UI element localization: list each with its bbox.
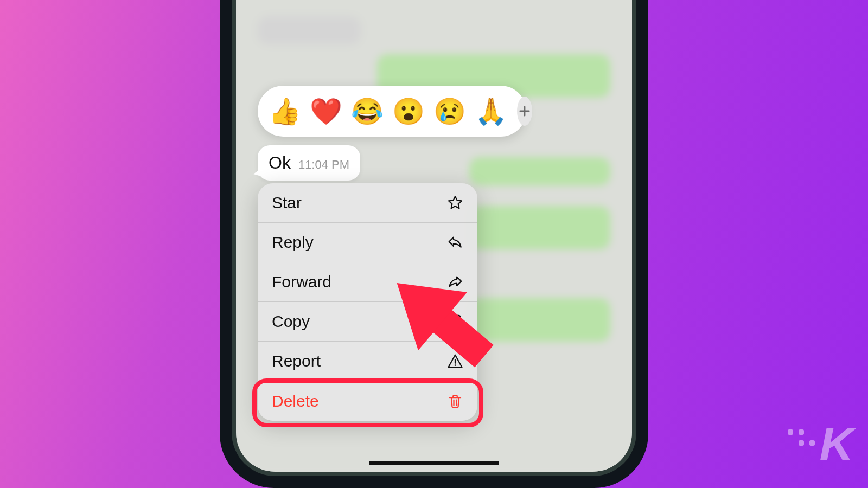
- reaction-bar: 👍 ❤️ 😂 😮 😢 🙏: [258, 86, 526, 137]
- star-icon: [447, 195, 463, 211]
- menu-item-copy[interactable]: Copy: [258, 302, 477, 342]
- context-menu: Star Reply Forward: [258, 183, 477, 421]
- reaction-heart[interactable]: ❤️: [311, 96, 341, 126]
- menu-item-forward[interactable]: Forward: [258, 262, 477, 302]
- menu-label-reply: Reply: [272, 233, 314, 252]
- bubble-tail: [253, 169, 261, 176]
- menu-label-copy: Copy: [272, 312, 310, 331]
- menu-item-reply[interactable]: Reply: [258, 223, 477, 262]
- copy-icon: [447, 313, 463, 330]
- phone-bezel: 👍 ❤️ 😂 😮 😢 🙏 Ok 11:04 PM: [232, 0, 636, 476]
- reply-icon: [447, 234, 463, 251]
- reaction-add-button[interactable]: [517, 97, 532, 126]
- home-indicator: [369, 461, 499, 465]
- watermark-letter: K: [819, 416, 852, 472]
- plus-icon: [517, 104, 532, 119]
- reaction-sad[interactable]: 😢: [435, 96, 465, 126]
- svg-point-2: [455, 364, 456, 366]
- menu-label-star: Star: [272, 194, 302, 212]
- report-icon: [447, 353, 463, 369]
- reaction-pray[interactable]: 🙏: [476, 96, 506, 126]
- reaction-surprised[interactable]: 😮: [393, 96, 424, 126]
- reaction-thumbs-up[interactable]: 👍: [270, 96, 300, 126]
- menu-item-report[interactable]: Report: [258, 342, 477, 381]
- menu-item-star[interactable]: Star: [258, 183, 477, 223]
- menu-label-delete: Delete: [272, 392, 319, 410]
- phone-frame: 👍 ❤️ 😂 😮 😢 🙏 Ok 11:04 PM: [220, 0, 648, 488]
- forward-icon: [447, 274, 463, 290]
- menu-label-report: Report: [272, 352, 321, 370]
- reaction-laugh[interactable]: 😂: [352, 96, 382, 126]
- svg-rect-0: [453, 316, 461, 325]
- phone-screen: 👍 ❤️ 😂 😮 😢 🙏 Ok 11:04 PM: [236, 0, 632, 472]
- message-text: Ok: [269, 153, 291, 173]
- watermark: K: [788, 416, 852, 472]
- menu-label-forward: Forward: [272, 273, 331, 291]
- message-bubble[interactable]: Ok 11:04 PM: [258, 145, 360, 181]
- menu-item-delete[interactable]: Delete: [258, 381, 477, 421]
- trash-icon: [447, 393, 463, 409]
- message-timestamp: 11:04 PM: [298, 158, 349, 172]
